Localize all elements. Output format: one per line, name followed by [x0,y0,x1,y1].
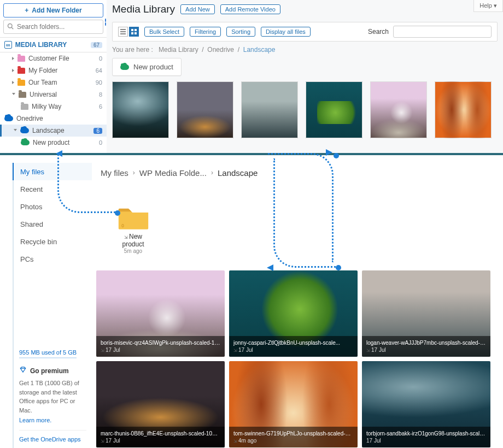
folder-milky-way[interactable]: Milky Way6 [0,101,107,113]
folder-label: Universal [30,91,57,98]
add-remote-video-button[interactable]: Add Remote Video [220,4,280,14]
nav-shared[interactable]: Shared [14,215,92,233]
bulk-select-button[interactable]: Bulk Select [144,27,184,37]
sidebar-root-media-library[interactable]: ∞ MEDIA LIBRARY 67 [0,37,107,52]
page-title: Media Library [112,3,175,15]
folder-our-team[interactable]: Our Team90 [0,76,107,89]
folder-label: New product [33,139,69,146]
file-card[interactable]: logan-weaver-wAJJJbP7mbc-unsplash-scaled… [362,270,490,357]
media-library-app: + Add New Folder ∞ MEDIA LIBRARY 67 Cust… [0,0,503,155]
view-switch [118,27,139,37]
ml-header: Media Library Add New Add Remote Video [112,0,498,19]
nav-my-files[interactable]: My files [13,163,92,180]
share-icon: ⇲ [101,439,104,444]
add-new-folder-button[interactable]: + Add New Folder [3,3,103,17]
folder-label: My Folder [28,67,57,74]
sorting-button[interactable]: Sorting [226,27,255,37]
library-icon: ∞ [4,41,12,49]
folder-count: 90 [96,79,102,86]
breadcrumb-item[interactable]: Onedrive [207,46,234,54]
collapse-icon [12,93,15,97]
view-grid-icon[interactable] [129,27,139,37]
folder-search[interactable] [3,20,103,34]
ml-toolbar: Bulk Select Filtering Sorting Display al… [112,22,498,42]
folder-icon [21,104,28,110]
media-thumb[interactable] [306,81,362,138]
get-apps-link[interactable]: Get the OneDrive apps [19,430,86,443]
media-thumb[interactable] [435,81,492,138]
media-search-input[interactable] [393,26,492,38]
chevron-right-icon: › [133,169,135,176]
expand-icon [12,69,14,72]
ml-main: Help ▾ Media Library Add New Add Remote … [107,0,503,153]
folder-new-product[interactable]: New product0 [0,137,107,149]
svg-rect-6 [134,29,137,31]
folder-label: Our Team [28,79,57,86]
go-premium[interactable]: Go premium [19,366,86,375]
add-new-button[interactable]: Add New [180,4,215,14]
file-card[interactable]: boris-misevic-qrz4ASIWgPk-unsplash-scale… [96,270,225,357]
svg-rect-7 [131,32,133,34]
nav-recent[interactable]: Recent [14,180,92,198]
media-thumb[interactable] [112,81,169,138]
nav-photos[interactable]: Photos [14,198,92,215]
nav-pcs[interactable]: PCs [14,250,92,268]
file-date: 17 Jul [366,438,381,444]
folder-count: 0 [99,139,102,146]
folder-label: Customer File [28,55,69,62]
help-tab[interactable]: Help ▾ [473,0,503,12]
folder-chip-label: New product [133,63,173,71]
breadcrumb-item[interactable]: Media Library [159,46,198,54]
file-name: tom-swinnen-G719UpPhLJo-unsplash-scaled-… [233,430,353,437]
media-thumb[interactable] [241,81,298,138]
folder-customer-file[interactable]: Customer File0 [0,52,107,64]
arrow-dot [336,265,341,270]
file-card[interactable]: marc-thunis-0B86_ifhE4E-unsplash-scaled-… [96,361,225,447]
file-card[interactable]: jonny-caspari-ZtlQjtbkBnU-unsplash-scale… [229,270,358,357]
media-thumb[interactable] [177,81,233,138]
sidebar-drag-handle[interactable] [104,16,107,27]
collapse-icon [14,129,17,133]
folder-label: Onedrive [16,115,43,122]
share-icon: ⇲ [124,235,128,240]
svg-text:0: 0 [121,223,124,228]
file-name: torbjorn-sandbakk-irzO1gonG98-unsplash-s… [366,430,486,437]
svg-rect-3 [120,31,126,32]
folder-tree: Customer File0 My Folder64 Our Team90 Un… [0,52,107,149]
arrow-dot [334,153,339,158]
search-icon [7,23,14,31]
folder-universal[interactable]: Universal8 [0,89,107,101]
od-main: My files› WP Media Folde...› Landscape 0… [92,163,490,448]
breadcrumb-item[interactable]: WP Media Folde... [139,168,207,178]
od-sidebar: My files Recent Photos Shared Recycle bi… [13,163,92,448]
arrow-dot [115,210,120,216]
thumbnail-grid [112,81,498,138]
arrow-head-icon [56,150,62,157]
breadcrumb: You are here : Media Library / Onedrive … [112,42,498,58]
media-search: Search [368,26,492,38]
media-thumb[interactable] [370,81,427,138]
file-overlay: tom-swinnen-G719UpPhLJo-unsplash-scaled-… [229,427,358,447]
view-list-icon[interactable] [118,27,128,37]
folder-chip-new-product[interactable]: New product [112,58,182,76]
filtering-button[interactable]: Filtering [190,27,221,37]
file-overlay: logan-weaver-wAJJJbP7mbc-unsplash-scaled… [362,336,490,357]
folder-icon [19,92,26,98]
svg-point-0 [8,23,13,28]
premium-label: Go premium [30,367,69,375]
storage-used[interactable]: 955 MB used of 5 GB [19,349,77,358]
svg-rect-8 [134,32,137,34]
file-card[interactable]: tom-swinnen-G719UpPhLJo-unsplash-scaled-… [229,361,358,447]
breadcrumb-item[interactable]: My files [101,168,128,178]
folder-onedrive[interactable]: Onedrive [0,113,107,125]
learn-more-link[interactable]: Learn more. [19,417,86,423]
folder-search-input[interactable] [17,23,100,31]
od-nav: My files Recent Photos Shared Recycle bi… [14,163,92,268]
file-date: 17 Jul [106,438,120,444]
breadcrumb-current: Landscape [218,168,258,178]
file-card[interactable]: torbjorn-sandbakk-irzO1gonG98-unsplash-s… [362,361,490,447]
display-all-files-button[interactable]: Display all files [261,27,311,37]
nav-recycle-bin[interactable]: Recycle bin [14,233,92,250]
folder-my-folder[interactable]: My Folder64 [0,64,107,76]
folder-landscape[interactable]: Landscape6 [0,125,107,137]
